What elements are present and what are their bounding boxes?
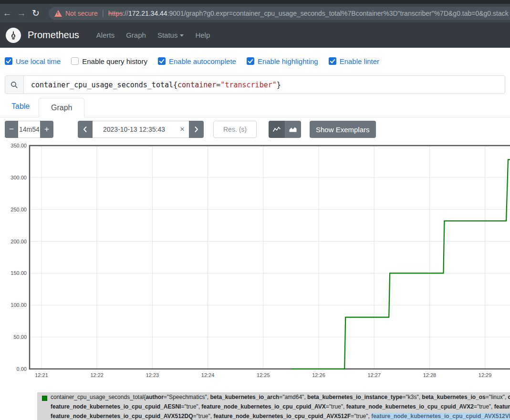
legend-label: ="true", xyxy=(326,403,346,410)
option-use-local-time[interactable]: Use local time xyxy=(5,57,61,65)
stacked-chart-button[interactable] xyxy=(285,121,301,138)
caret-down-icon xyxy=(180,34,184,37)
url-divider: | xyxy=(102,9,104,18)
legend-label: ="true", xyxy=(351,413,371,420)
option-enable-highlighting[interactable]: Enable highlighting xyxy=(247,57,318,65)
navbar-item-status[interactable]: Status xyxy=(152,31,190,39)
legend-label: feature_node xyxy=(494,403,510,410)
tab-table[interactable]: Table xyxy=(6,102,35,111)
duration-increase-button[interactable]: + xyxy=(40,121,53,138)
svg-text:12:29: 12:29 xyxy=(479,372,492,378)
search-addon xyxy=(5,76,24,94)
warning-icon xyxy=(54,10,62,17)
option-label[interactable]: Enable linter xyxy=(340,57,379,65)
datetime-picker: 2023-10-13 12:35:43 × xyxy=(78,121,204,138)
query-token-plain: } xyxy=(277,81,281,89)
browser-toolbar: ← → ↻ Not secure | https://172.21.34.44:… xyxy=(0,4,510,22)
svg-text:100.00: 100.00 xyxy=(10,302,27,308)
legend-label: ="Speechmatics", xyxy=(164,394,210,400)
legend-label: beta_kubernetes_io_os xyxy=(422,394,485,400)
checkbox-unchecked-icon[interactable] xyxy=(71,57,79,65)
address-bar[interactable]: Not secure | https://172.21.34.44:9001/g… xyxy=(49,7,510,20)
option-enable-autocomplete[interactable]: Enable autocomplete xyxy=(158,57,236,65)
url-path: :9001/graph?g0.expr=container_cpu_usage_… xyxy=(167,10,509,17)
navbar-item-graph[interactable]: Graph xyxy=(120,31,152,39)
show-exemplars-button[interactable]: Show Exemplars xyxy=(310,121,376,138)
tab-graph[interactable]: Graph xyxy=(39,98,84,117)
svg-text:200.00: 200.00 xyxy=(10,239,27,244)
option-enable-linter[interactable]: Enable linter xyxy=(329,57,379,65)
graph-controls: − + 2023-10-13 12:35:43 × xyxy=(5,121,505,138)
svg-text:12:24: 12:24 xyxy=(201,372,215,378)
option-label[interactable]: Enable autocomplete xyxy=(169,57,236,65)
query-token-label: container xyxy=(177,81,216,89)
option-label[interactable]: Use local time xyxy=(16,57,61,65)
legend-label: feature_node_kubernetes_io_cpu_cpuid_AVX… xyxy=(51,413,193,420)
query-token-plain: container_cpu_usage_seconds_total{ xyxy=(31,81,177,89)
option-label[interactable]: Enable highlighting xyxy=(258,57,318,65)
series-line xyxy=(292,159,510,369)
option-label[interactable]: Enable query history xyxy=(82,57,147,65)
svg-text:250.00: 250.00 xyxy=(10,207,27,212)
duration-stepper: − + xyxy=(5,121,53,138)
svg-text:12:23: 12:23 xyxy=(146,372,159,378)
svg-text:12:27: 12:27 xyxy=(367,372,381,378)
duration-decrease-button[interactable]: − xyxy=(5,121,18,138)
query-expression-input[interactable]: container_cpu_usage_seconds_total{contai… xyxy=(24,76,505,94)
time-forward-button[interactable] xyxy=(189,121,204,138)
url-text: https://172.21.34.44:9001/graph?g0.expr=… xyxy=(108,10,509,17)
navbar-item-alerts[interactable]: Alerts xyxy=(91,31,120,39)
url-separator: :// xyxy=(123,10,128,17)
clear-datetime-icon[interactable]: × xyxy=(176,125,189,134)
datetime-field[interactable]: 2023-10-13 12:35:43 × xyxy=(93,121,189,138)
back-icon[interactable]: ← xyxy=(0,8,14,19)
refresh-icon[interactable]: ↻ xyxy=(29,8,43,19)
legend-item[interactable]: container_cpu_usage_seconds_total{author… xyxy=(37,392,510,420)
panel-tabs: Table Graph xyxy=(0,98,510,117)
chart-type-toggle xyxy=(269,121,301,138)
graph-chart[interactable]: 0.0050.00100.00150.00200.00250.00300.003… xyxy=(0,141,510,382)
legend-swatch[interactable] xyxy=(42,396,47,401)
query-input-group: container_cpu_usage_seconds_total{contai… xyxy=(5,75,505,94)
navbar-item-help[interactable]: Help xyxy=(189,31,216,39)
checkbox-checked-icon[interactable] xyxy=(329,57,336,65)
legend-label: feature_node_kubernetes_io_cpu_cpuid_AVX… xyxy=(346,403,474,410)
resolution-input[interactable] xyxy=(213,121,257,138)
svg-text:350.00: 350.00 xyxy=(10,143,27,148)
legend-label-selected: feature_node_kubernetes_io_cpu_cpuid_AVX… xyxy=(371,413,510,420)
legend-label: feature_node_kubernetes_io_cpu_cpuid_AES… xyxy=(51,403,181,410)
svg-text:12:25: 12:25 xyxy=(257,372,270,378)
datetime-value[interactable]: 2023-10-13 12:35:43 xyxy=(93,126,176,133)
query-token-plain: = xyxy=(216,81,220,89)
brand-title[interactable]: Prometheus xyxy=(28,30,79,41)
checkbox-checked-icon[interactable] xyxy=(158,57,166,65)
svg-text:150.00: 150.00 xyxy=(10,270,27,276)
svg-text:0.00: 0.00 xyxy=(17,366,27,372)
duration-input[interactable] xyxy=(18,121,40,138)
time-back-button[interactable] xyxy=(78,121,93,138)
query-token-string: "transcriber" xyxy=(220,81,276,89)
url-protocol: https xyxy=(108,10,123,17)
browser-tab-strip xyxy=(0,0,510,4)
checkbox-checked-icon[interactable] xyxy=(247,57,254,65)
checkbox-checked-icon[interactable] xyxy=(5,57,12,65)
prometheus-graph-page: ← → ↻ Not secure | https://172.21.34.44:… xyxy=(0,0,510,420)
svg-text:50.00: 50.00 xyxy=(13,334,27,340)
legend-line: feature_node_kubernetes_io_cpu_cpuid_AES… xyxy=(37,402,510,411)
svg-text:300.00: 300.00 xyxy=(10,175,27,180)
legend-label: container_cpu_usage_seconds_total{ xyxy=(51,394,146,400)
legend-label: beta_kubernetes_io_arch xyxy=(210,394,279,400)
svg-text:12:22: 12:22 xyxy=(90,372,104,378)
line-chart-icon xyxy=(272,126,281,133)
svg-text:12:21: 12:21 xyxy=(35,372,48,378)
prometheus-logo-icon[interactable] xyxy=(6,28,21,43)
chart-canvas: 0.0050.00100.00150.00200.00250.00300.003… xyxy=(0,141,510,382)
options-row: Use local timeEnable query historyEnable… xyxy=(5,53,379,69)
line-chart-button[interactable] xyxy=(269,121,285,138)
option-enable-query-history[interactable]: Enable query history xyxy=(71,57,147,65)
legend-label: container xyxy=(508,394,510,400)
forward-icon[interactable]: → xyxy=(14,8,29,19)
legend-label: ="true", xyxy=(181,403,201,410)
search-icon xyxy=(10,81,18,89)
legend-label: feature_node_kubernetes_io_cpu_cpuid_AVX xyxy=(201,403,326,410)
